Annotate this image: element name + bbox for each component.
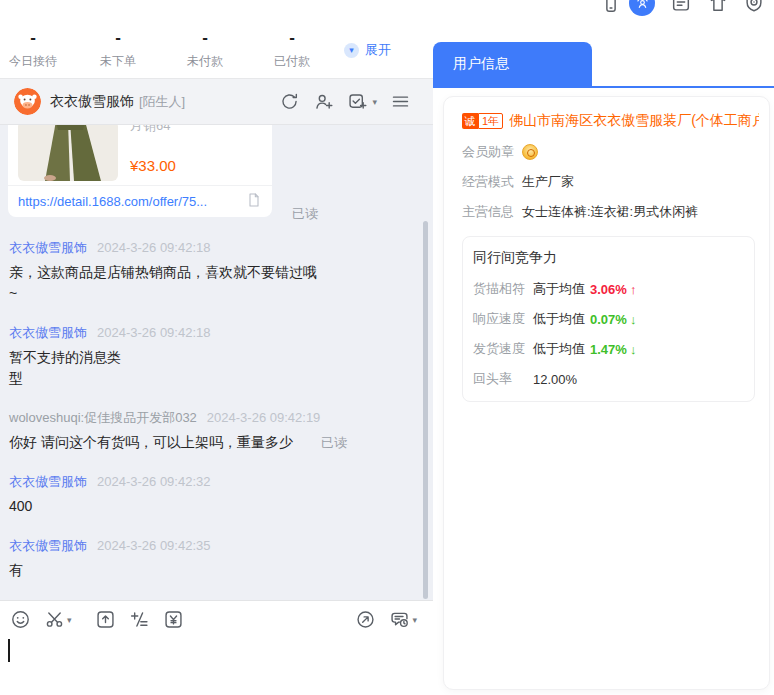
text-cursor (8, 639, 10, 662)
message-header: 衣衣傲雪服饰 2024-3-26 09:42:18 (9, 239, 409, 256)
metric-prefix: 低于均值 (533, 340, 585, 358)
message-list[interactable]: 月销64 ¥33.00 https://detail.1688.com/offe… (0, 125, 433, 600)
user-info-panel: 用户信息 诚 1年 佛山市南海区衣衣傲雪服装厂(个体工商户) 会员勋章 经营模式… (433, 0, 774, 695)
chat-header: 衣衣傲雪服饰 [陌生人] ▾ (0, 78, 433, 125)
field-value: 生产厂家 (522, 173, 574, 191)
product-price: ¥33.00 (130, 157, 176, 174)
messages: 衣衣傲雪服饰 2024-3-26 09:42:18 亲，这款商品是店铺热销商品，… (9, 239, 409, 600)
shirt-icon[interactable] (707, 0, 729, 14)
field-member-medal: 会员勋章 (462, 143, 759, 161)
tab-label: 用户信息 (453, 55, 509, 73)
message-sender[interactable]: 衣衣傲雪服饰 (9, 473, 87, 491)
metric-label: 货描相符 (473, 280, 525, 298)
metric-value: 12.00% (533, 372, 577, 387)
membership-year-badge: 1年 (478, 113, 503, 129)
message-header: 衣衣傲雪服饰 2024-3-26 09:42:35 (9, 537, 409, 554)
field-label: 主营信息 (462, 203, 514, 221)
metric-prefix: 低于均值 (533, 310, 585, 328)
message-text: 亲，这款商品是店铺热销商品，喜欢就不要错过哦 (9, 262, 409, 283)
arrow-down-icon: ↓ (630, 342, 637, 357)
upload-icon[interactable] (95, 609, 116, 630)
message-text: ~ (9, 283, 409, 304)
buyer-avatar[interactable] (14, 88, 41, 115)
transfer-icon[interactable] (355, 609, 376, 630)
add-person-icon[interactable] (313, 91, 334, 112)
chat-panel: - 今日接待 - 未下单 - 未付款 - 已付款 ▾ 展开 (0, 0, 433, 695)
competitiveness-title: 同行间竞争力 (473, 249, 744, 267)
chevron-down-icon[interactable]: ▾ (412, 615, 417, 625)
message-text: 暂不支持的消息类 (9, 347, 409, 368)
chevron-down-icon[interactable]: ▾ (67, 615, 72, 625)
product-image[interactable] (18, 125, 118, 181)
metric-prefix: 高于均值 (533, 280, 585, 298)
metric-label: 发货速度 (473, 340, 525, 358)
message: 衣衣傲雪服饰 2024-3-26 09:42:18 亲，这款商品是店铺热销商品，… (9, 239, 409, 304)
message-text: 你好 请问这个有货吗，可以上架吗，重量多少已读 (9, 432, 409, 453)
message-input[interactable] (0, 635, 433, 695)
message-sender[interactable]: 衣衣傲雪服饰 (9, 239, 87, 257)
metric-label: 响应速度 (473, 310, 525, 328)
chat-header-actions: ▾ (279, 91, 419, 112)
competitiveness-row-return-rate: 回头率 12.00% (473, 369, 744, 389)
arrow-down-icon: ↓ (630, 312, 637, 327)
expand-toggle[interactable]: ▾ 展开 (344, 41, 391, 59)
read-status: 已读 (292, 205, 318, 223)
scrollbar[interactable] (423, 221, 428, 599)
message-time: 2024-3-26 09:42:18 (97, 240, 210, 255)
product-monthly-sales: 月销64 (130, 125, 170, 135)
stat-label: 未下单 (90, 53, 146, 70)
stat-label: 未付款 (177, 53, 233, 70)
chevron-down-icon[interactable]: ▾ (344, 43, 359, 58)
product-link[interactable]: https://detail.1688.com/offer/75... (18, 194, 236, 209)
message-text: 你好 请问这个有货吗，可以上架吗，重量多少 (9, 434, 293, 450)
message-time: 2024-3-26 09:42:35 (97, 538, 210, 553)
refresh-icon[interactable] (279, 91, 300, 112)
contact-name[interactable]: 衣衣傲雪服饰 (50, 93, 134, 111)
chevron-down-icon[interactable]: ▾ (372, 97, 377, 107)
phone-icon[interactable] (600, 0, 622, 14)
metric-value: 3.06% (590, 282, 627, 297)
company-name[interactable]: 佛山市南海区衣衣傲雪服装厂(个体工商户) (509, 112, 759, 130)
menu-icon[interactable] (390, 91, 411, 112)
read-status: 已读 (321, 435, 347, 450)
message: 衣衣傲雪服饰 2024-3-26 09:42:35 有 (9, 537, 409, 581)
message-sender[interactable]: woloveshuqi:促佳搜品开发部032 (9, 409, 197, 427)
competitiveness-row-shipping-speed: 发货速度 低于均值 1.47% ↓ (473, 339, 744, 359)
message-sender[interactable]: 衣衣傲雪服饰 (9, 537, 87, 555)
company-info-card: 诚 1年 佛山市南海区衣衣傲雪服装厂(个体工商户) 会员勋章 经营模式 生产厂家… (443, 96, 770, 690)
message: 衣衣傲雪服饰 2024-3-26 09:42:18 暂不支持的消息类 型 (9, 324, 409, 389)
add-task-icon[interactable] (347, 91, 368, 112)
copy-link-icon[interactable] (246, 192, 262, 208)
quote-icon[interactable] (129, 609, 150, 630)
competitiveness-row-response-speed: 响应速度 低于均值 0.07% ↓ (473, 309, 744, 329)
service-icon[interactable] (629, 0, 655, 16)
note-icon[interactable] (670, 0, 692, 14)
stat-value: - (177, 29, 233, 46)
arrow-up-icon: ↑ (630, 282, 637, 297)
stat-today-reception: - 今日接待 (5, 29, 61, 70)
reception-stats-bar: - 今日接待 - 未下单 - 未付款 - 已付款 ▾ 展开 (0, 0, 433, 78)
emoji-icon[interactable] (10, 609, 31, 630)
field-label: 会员勋章 (462, 143, 514, 161)
contact-tag: [陌生人] (139, 93, 185, 111)
product-card[interactable]: 月销64 ¥33.00 https://detail.1688.com/offe… (8, 125, 272, 217)
gold-medal-icon (522, 144, 538, 160)
message-time: 2024-3-26 09:42:32 (97, 474, 210, 489)
metric-label: 回头率 (473, 370, 525, 388)
metric-value: 0.07% (590, 312, 627, 327)
payment-icon[interactable] (163, 609, 184, 630)
message-text: 400 (9, 496, 409, 517)
expand-label[interactable]: 展开 (365, 41, 391, 59)
history-icon[interactable]: ▾ (389, 609, 417, 630)
tab-user-info[interactable]: 用户信息 (433, 42, 592, 86)
field-main-products: 主营信息 女士连体裤:连衣裙:男式休闲裤 (462, 203, 759, 221)
screenshot-icon[interactable]: ▾ (44, 609, 72, 630)
message-text: 型 (9, 368, 409, 389)
stat-label: 今日接待 (5, 53, 61, 70)
stat-value: - (264, 29, 320, 46)
message-header: 衣衣傲雪服饰 2024-3-26 09:42:18 (9, 324, 409, 341)
chengxintong-badge: 诚 (462, 113, 478, 129)
metric-value: 1.47% (590, 342, 627, 357)
shield-icon[interactable] (743, 0, 765, 14)
message-sender[interactable]: 衣衣傲雪服饰 (9, 324, 87, 342)
